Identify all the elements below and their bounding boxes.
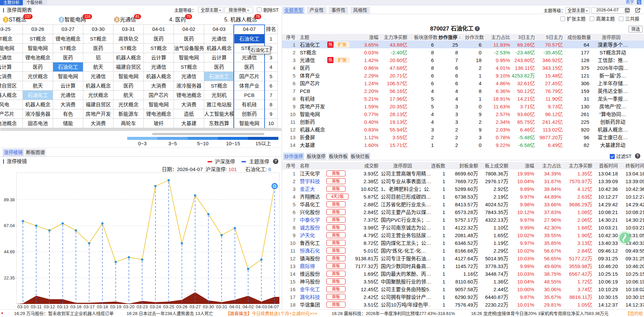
svg-text:3: 3 (116, 17, 118, 22)
svg-text:03-12: 03-12 (44, 304, 55, 309)
svg-text:03-13: 03-13 (57, 304, 68, 309)
svg-text:04-03: 04-03 (256, 304, 267, 309)
svg-text:22.35: 22.35 (4, 275, 15, 280)
svg-text:03-27: 03-27 (189, 304, 200, 309)
svg-text:67.04: 67.04 (4, 223, 15, 228)
svg-text:04-02: 04-02 (242, 304, 254, 309)
svg-text:44.69: 44.69 (4, 249, 15, 254)
svg-text:04-07: 04-07 (268, 304, 279, 309)
svg-text:03-16: 03-16 (70, 304, 81, 309)
svg-text:03-20: 03-20 (123, 304, 134, 309)
svg-text:03-10: 03-10 (17, 304, 29, 309)
svg-text:1: 1 (5, 17, 7, 22)
svg-text:03-17: 03-17 (84, 304, 95, 309)
svg-text:03-24: 03-24 (150, 304, 161, 309)
svg-text:03-11: 03-11 (31, 304, 42, 309)
svg-text:03-19: 03-19 (110, 304, 121, 309)
svg-text:03-26: 03-26 (176, 304, 187, 309)
svg-text:2: 2 (60, 17, 63, 22)
svg-text:89.38: 89.38 (4, 197, 15, 202)
svg-text:03-18: 03-18 (97, 304, 108, 309)
svg-text:03-30: 03-30 (203, 304, 214, 309)
svg-text:03-23: 03-23 (137, 304, 148, 309)
svg-text:03-25: 03-25 (163, 304, 174, 309)
svg-text:03-31: 03-31 (216, 304, 227, 309)
svg-text:04-01: 04-01 (229, 304, 240, 309)
